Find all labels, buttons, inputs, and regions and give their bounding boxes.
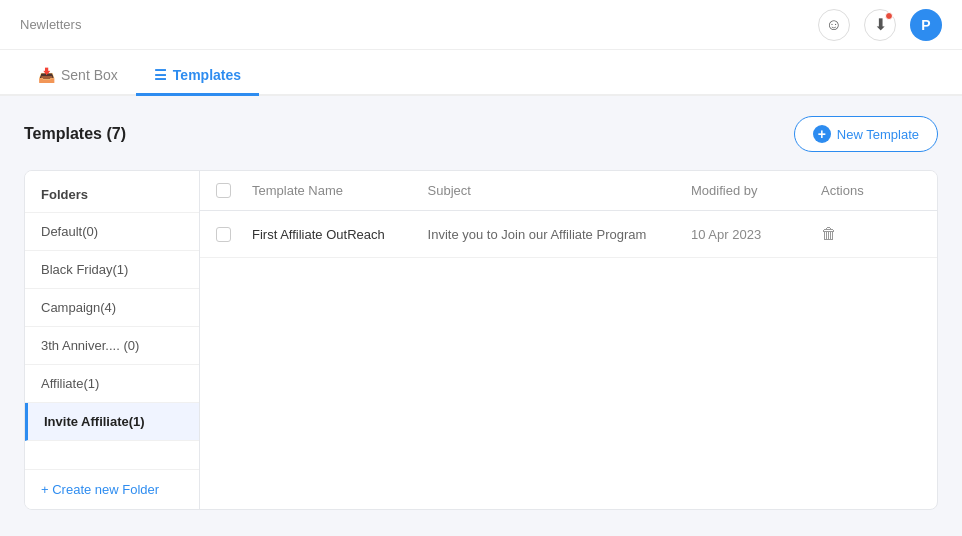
folder-item-anniver[interactable]: 3th Anniver.... (0) xyxy=(25,327,199,365)
folder-item-affiliate[interactable]: Affiliate(1) xyxy=(25,365,199,403)
app-name: Newletters xyxy=(20,17,81,32)
main-panel: Folders Default(0) Black Friday(1) Campa… xyxy=(24,170,938,510)
table-header: Template Name Subject Modified by Action… xyxy=(200,171,937,211)
folder-item-invite[interactable]: Invite Affiliate(1) xyxy=(25,403,199,441)
folder-item-campaign[interactable]: Campaign(4) xyxy=(25,289,199,327)
tab-templates-label: Templates xyxy=(173,67,241,83)
sidebar: Folders Default(0) Black Friday(1) Campa… xyxy=(25,171,200,509)
plus-circle-icon: + xyxy=(813,125,831,143)
modified-date-cell: 10 Apr 2023 xyxy=(691,227,821,242)
header-actions: Actions xyxy=(821,183,921,198)
top-bar: Newletters ☺ ⬇ P xyxy=(0,0,962,50)
folder-item-default[interactable]: Default(0) xyxy=(25,213,199,251)
sidebar-header: Folders xyxy=(25,171,199,213)
header-template-name: Template Name xyxy=(252,183,428,198)
page-header: Templates (7) + New Template xyxy=(24,116,938,152)
table-row: First Affiliate OutReach Invite you to J… xyxy=(200,211,937,258)
header-subject: Subject xyxy=(428,183,691,198)
row-checkbox-cell xyxy=(216,227,252,242)
new-template-button[interactable]: + New Template xyxy=(794,116,938,152)
folder-item-blackfriday[interactable]: Black Friday(1) xyxy=(25,251,199,289)
create-folder-button[interactable]: + Create new Folder xyxy=(25,469,199,509)
header-modified-by: Modified by xyxy=(691,183,821,198)
header-checkbox-cell xyxy=(216,183,252,198)
download-button[interactable]: ⬇ xyxy=(864,9,896,41)
notification-dot xyxy=(885,12,893,20)
tab-templates[interactable]: ☰ Templates xyxy=(136,57,259,96)
template-name-cell: First Affiliate OutReach xyxy=(252,227,428,242)
folder-list: Default(0) Black Friday(1) Campaign(4) 3… xyxy=(25,213,199,469)
sentbox-icon: 📥 xyxy=(38,67,55,83)
tabs-bar: 📥 Sent Box ☰ Templates xyxy=(0,50,962,96)
select-all-checkbox[interactable] xyxy=(216,183,231,198)
page-content: Templates (7) + New Template Folders Def… xyxy=(0,96,962,530)
avatar[interactable]: P xyxy=(910,9,942,41)
row-checkbox[interactable] xyxy=(216,227,231,242)
content-area: Template Name Subject Modified by Action… xyxy=(200,171,937,509)
subject-cell: Invite you to Join our Affiliate Program xyxy=(428,227,691,242)
top-bar-actions: ☺ ⬇ P xyxy=(818,9,942,41)
tab-sentbox[interactable]: 📥 Sent Box xyxy=(20,57,136,96)
emoji-button[interactable]: ☺ xyxy=(818,9,850,41)
actions-cell: 🗑 xyxy=(821,225,921,243)
page-title: Templates (7) xyxy=(24,125,126,143)
templates-icon: ☰ xyxy=(154,67,167,83)
delete-icon[interactable]: 🗑 xyxy=(821,225,837,242)
tab-sentbox-label: Sent Box xyxy=(61,67,118,83)
new-template-label: New Template xyxy=(837,127,919,142)
